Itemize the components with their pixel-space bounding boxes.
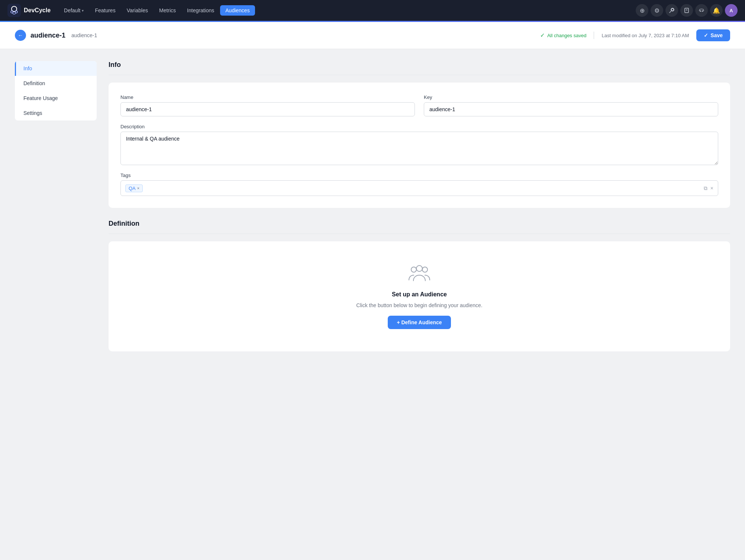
key-icon[interactable]: [665, 4, 678, 17]
topnav: DevCycle Default ▾ Features Variables Me…: [0, 0, 745, 21]
tags-actions: ⧉ ×: [704, 185, 713, 192]
page-header-left: ← audience-1 audience-1: [15, 30, 97, 41]
back-button[interactable]: ←: [15, 30, 26, 41]
logo[interactable]: DevCycle: [7, 4, 51, 17]
svg-point-11: [411, 267, 416, 272]
page-header: ← audience-1 audience-1 ✓ All changes sa…: [0, 22, 745, 49]
description-group: Description Internal & QA audience: [120, 124, 718, 165]
logo-text: DevCycle: [24, 7, 51, 14]
add-button[interactable]: ⊕: [636, 4, 648, 17]
tag-qa-remove[interactable]: ×: [137, 186, 139, 190]
definition-section: Definition: [109, 220, 730, 351]
accent-bar: [0, 21, 745, 22]
name-label: Name: [120, 94, 415, 100]
save-status-text: All changes saved: [547, 33, 587, 38]
save-check-icon: ✓: [704, 32, 708, 38]
page-subtitle: audience-1: [71, 32, 97, 38]
nav-item-metrics[interactable]: Metrics: [154, 5, 181, 16]
info-section-title: Info: [109, 61, 730, 75]
sidebar: Info Definition Feature Usage Settings: [15, 61, 97, 120]
key-label: Key: [424, 94, 718, 100]
name-input[interactable]: [120, 102, 415, 116]
check-icon: ✓: [540, 32, 545, 39]
key-input[interactable]: [424, 102, 718, 116]
page-wrapper: ← audience-1 audience-1 ✓ All changes sa…: [0, 22, 745, 363]
settings-icon[interactable]: ⚙: [651, 4, 663, 17]
copy-tags-icon[interactable]: ⧉: [704, 185, 707, 192]
info-card: Name Key Description Internal & QA audie…: [109, 83, 730, 208]
content-area: Info Definition Feature Usage Settings I…: [0, 49, 745, 363]
page-header-right: ✓ All changes saved Last modified on Jul…: [540, 29, 730, 41]
tag-qa-label: QA: [129, 186, 136, 191]
name-key-row: Name Key: [120, 94, 718, 116]
sidebar-item-settings[interactable]: Settings: [15, 106, 97, 120]
nav-items: Default ▾ Features Variables Metrics Int…: [59, 5, 633, 16]
description-label: Description: [120, 124, 718, 129]
tags-list: QA ×: [125, 184, 143, 192]
svg-point-5: [671, 9, 674, 11]
save-button[interactable]: ✓ Save: [696, 29, 730, 41]
define-audience-button[interactable]: + Define Audience: [388, 316, 451, 329]
book-icon[interactable]: [680, 4, 693, 17]
definition-section-title: Definition: [109, 220, 730, 234]
user-avatar[interactable]: A: [725, 4, 738, 17]
definition-empty-desc: Click the button below to begin defining…: [356, 302, 482, 308]
logo-icon: [7, 4, 21, 17]
description-textarea[interactable]: Internal & QA audience: [120, 132, 718, 165]
name-group: Name: [120, 94, 415, 116]
nav-item-features[interactable]: Features: [90, 5, 120, 16]
definition-empty-title: Set up an Audience: [392, 291, 447, 298]
page-title: audience-1: [30, 32, 65, 39]
info-section: Info Name Key: [109, 61, 730, 220]
topnav-actions: ⊕ ⚙ 🔔 A: [636, 4, 738, 17]
nav-item-default[interactable]: Default ▾: [59, 5, 89, 16]
clear-tags-icon[interactable]: ×: [710, 185, 713, 191]
chevron-down-icon: ▾: [82, 9, 84, 13]
key-group: Key: [424, 94, 718, 116]
nav-item-integrations[interactable]: Integrations: [182, 5, 219, 16]
sidebar-item-definition[interactable]: Definition: [15, 76, 97, 91]
tags-container[interactable]: QA × ⧉ ×: [120, 180, 718, 196]
notification-bell-icon[interactable]: 🔔: [710, 4, 723, 17]
save-label: Save: [710, 32, 723, 38]
main-content: Info Name Key: [109, 61, 730, 351]
tags-group: Tags QA × ⧉ ×: [120, 173, 718, 196]
tag-qa: QA ×: [125, 184, 143, 192]
sidebar-item-info[interactable]: Info: [15, 61, 97, 76]
svg-rect-0: [7, 4, 21, 17]
header-divider: [594, 32, 594, 39]
tags-label: Tags: [120, 173, 718, 178]
discord-icon[interactable]: [695, 4, 708, 17]
nav-item-audiences[interactable]: Audiences: [220, 5, 255, 16]
svg-point-13: [416, 265, 422, 271]
nav-item-variables[interactable]: Variables: [122, 5, 153, 16]
svg-point-12: [422, 267, 428, 272]
save-status: ✓ All changes saved: [540, 32, 587, 39]
definition-card: Set up an Audience Click the button belo…: [109, 241, 730, 351]
audience-placeholder-icon: [408, 264, 430, 284]
last-modified-text: Last modified on July 7, 2023 at 7:10 AM: [602, 33, 689, 38]
define-audience-label: + Define Audience: [397, 319, 442, 325]
sidebar-item-feature-usage[interactable]: Feature Usage: [15, 91, 97, 106]
